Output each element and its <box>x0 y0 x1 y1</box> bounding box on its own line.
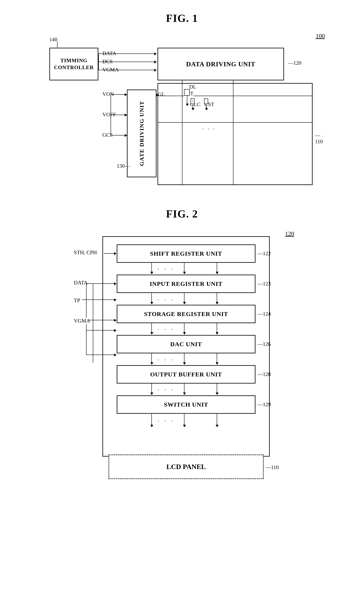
arrow-output-switch3 <box>217 383 217 395</box>
data-driving-unit-block: DATA DRIVING UNIT <box>157 48 284 80</box>
dcs-arrow <box>98 62 156 62</box>
dots-2: . . . <box>157 295 175 302</box>
arrow-dac-output <box>151 353 152 365</box>
arrow-input-storage <box>151 293 152 304</box>
ref-140: 140 <box>49 37 57 43</box>
dots-3: . . . <box>157 324 175 331</box>
clc-down-arrow <box>193 104 193 110</box>
clc-symbol: × <box>191 98 195 104</box>
arrow-input-storage2 <box>184 293 184 304</box>
gcs-arrow <box>114 135 127 136</box>
dots-5: . . . <box>157 385 175 392</box>
data-label-fig2: DATA <box>74 280 88 286</box>
ref-120-fig2: 120 <box>285 230 294 237</box>
vgma-arrow <box>93 320 116 320</box>
arrow-storage-dac2 <box>184 323 184 334</box>
lcd-panel-area <box>157 83 312 185</box>
ref-110-fig1: —110 <box>315 132 325 145</box>
ref-110-fig2: —110 <box>266 464 279 470</box>
arrow-output-switch2 <box>184 383 184 395</box>
tc-vert-line <box>98 53 99 70</box>
von-arrow <box>114 94 127 95</box>
arrow-shift-input2 <box>184 263 184 274</box>
gate-driving-unit-block: GATE DRIVING UNIT <box>127 90 156 177</box>
fig1-title: FIG. 1 <box>16 12 348 24</box>
arrow-output-switch <box>151 383 152 395</box>
arrow-switch-lcd3 <box>217 414 217 427</box>
dl-label: DL <box>189 84 196 90</box>
panel-v2 <box>233 83 234 185</box>
dots-6: . . . <box>157 416 175 423</box>
arrow-shift-input <box>151 263 152 274</box>
tp-arrow <box>86 299 116 300</box>
lcd-panel-block: LCD PANEL <box>109 454 264 479</box>
ref-128: —128 <box>258 371 271 377</box>
input-register-block: INPUT REGISTER UNIT <box>117 275 255 293</box>
sth-cph-arrow <box>104 253 116 253</box>
cst-down-arrow <box>206 104 207 110</box>
ref-126: —126 <box>258 341 271 347</box>
h-line-von <box>110 94 114 95</box>
ref-123: —123 <box>258 281 271 287</box>
vgma-label-fig2: VGMA <box>74 318 90 324</box>
shift-register-block: SHIFT REGISTER UNIT <box>117 244 255 263</box>
voff-arrow <box>114 115 127 115</box>
ref-129: —129 <box>258 402 271 408</box>
timming-controller-block: TIMMING CONTROLLER <box>49 48 98 80</box>
tc-r1 <box>98 53 98 54</box>
tp-h-line <box>82 299 86 300</box>
panel-h1 <box>157 96 312 96</box>
gl-arrow <box>156 95 159 95</box>
tp-arrow2 <box>86 330 116 331</box>
tft-symbol <box>184 89 190 96</box>
ref-100: 100 <box>316 32 325 39</box>
data-arrow-fig2 <box>86 283 116 284</box>
page: FIG. 1 100 140 TIMMING CONTROLLER DATA D… <box>0 0 364 512</box>
vgma-arrow-fig1 <box>98 70 156 70</box>
h-line-voff <box>110 115 114 115</box>
tft-down-arrow <box>187 96 187 106</box>
panel-v1 <box>182 83 182 185</box>
switch-block: SWITCH UNIT <box>117 395 255 414</box>
ref-124: —124 <box>258 311 271 317</box>
ref-122: —122 <box>258 251 271 257</box>
tp-arrow3 <box>86 355 116 355</box>
dl-line <box>182 83 233 84</box>
dac-block: DAC UNIT <box>117 335 255 353</box>
tick-140 <box>57 41 58 47</box>
dots-1: . . . <box>157 264 175 271</box>
storage-register-block: STORAGE REGISTER UNIT <box>117 305 255 323</box>
arrow-input-storage3 <box>217 293 217 304</box>
arrow-storage-dac <box>151 323 152 334</box>
sth-cph-label: STH, CPH <box>74 250 97 256</box>
output-buffer-block: OUTPUT BUFFER UNIT <box>117 365 255 383</box>
gl-label: GL <box>158 91 165 97</box>
arrow-storage-dac3 <box>217 323 217 334</box>
fig2-title: FIG. 2 <box>16 208 348 220</box>
panel-dots: . . . <box>202 124 216 131</box>
cst-symbol <box>204 98 208 104</box>
vgma-vert <box>93 283 93 363</box>
ref-130-fig1: 130— <box>117 163 130 169</box>
h-line-gcs <box>110 135 114 136</box>
tp-label: TP <box>74 298 80 304</box>
dots-4: . . . <box>157 355 175 362</box>
fig2-diagram: 120 SHIFT REGISTER UNIT —122 STH, CPH . … <box>70 230 294 499</box>
data-arrow <box>98 53 156 54</box>
arrow-switch-lcd <box>151 414 152 427</box>
fig1-diagram: 100 140 TIMMING CONTROLLER DATA DRIVING … <box>39 32 325 192</box>
ref-120-fig1: —120 <box>288 60 301 66</box>
panel-h2 <box>157 122 312 123</box>
vgma-h-line <box>89 320 93 320</box>
arrow-switch-lcd2 <box>184 414 184 427</box>
arrow-shift-input3 <box>217 263 217 274</box>
arrow-dac-output3 <box>217 353 217 365</box>
arrow-dac-output2 <box>184 353 184 365</box>
